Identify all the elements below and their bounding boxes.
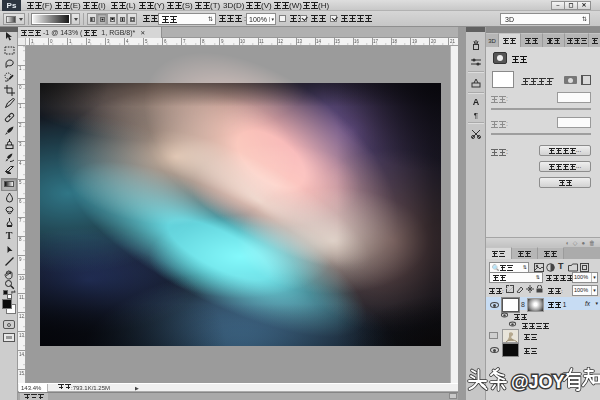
svg-text:@JOY: @JOY <box>511 372 565 392</box>
